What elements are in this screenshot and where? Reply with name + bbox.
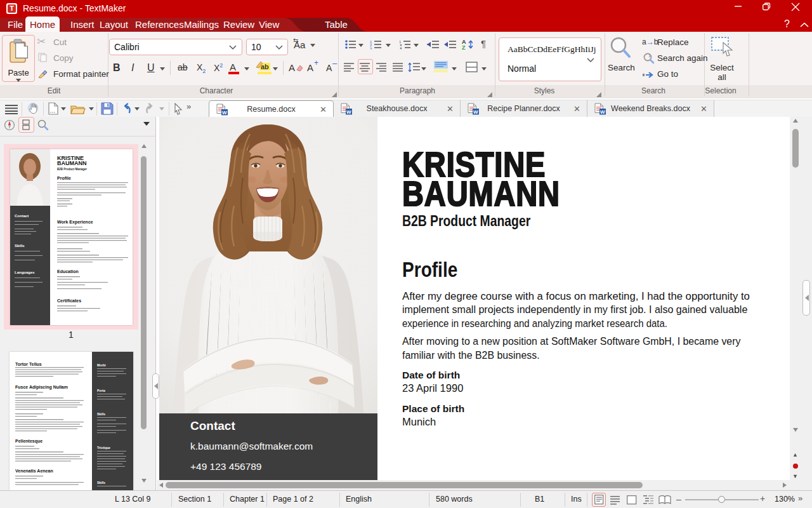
svg-text:Education: Education <box>57 269 79 274</box>
svg-text:Z: Z <box>462 44 466 50</box>
svg-text:Pellentesque: Pellentesque <box>15 439 43 444</box>
svg-text:Fusce Adipiscing Nullam: Fusce Adipiscing Nullam <box>15 385 68 390</box>
svg-text:Certificates: Certificates <box>57 298 81 303</box>
svg-text:Work Experience: Work Experience <box>57 220 93 225</box>
svg-text:1: 1 <box>399 40 402 44</box>
svg-text:3: 3 <box>370 47 372 50</box>
svg-text:Venenatis Aenean: Venenatis Aenean <box>15 469 53 473</box>
